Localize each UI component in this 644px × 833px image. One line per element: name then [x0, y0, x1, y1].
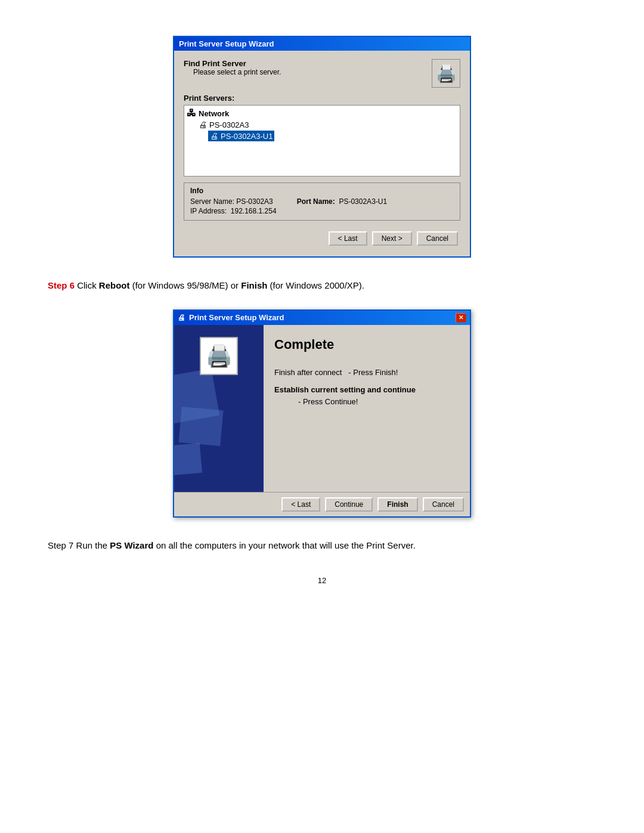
port-name-label: Port Name: — [297, 197, 335, 206]
ip-label: IP Address: 192.168.1.254 — [190, 207, 277, 215]
dialog1-header: Find Print Server — [184, 59, 281, 68]
last-button[interactable]: < Last — [329, 231, 367, 246]
dialog2-buttons: < Last Continue Finish Cancel — [174, 492, 470, 516]
port-label: PS-0302A3-U1 — [221, 132, 273, 141]
dialog2-content: 🖨️ Complete Finish after connect - Press… — [174, 325, 470, 492]
dialog2-main: Complete Finish after connect - Press Fi… — [264, 325, 470, 492]
dialog2-title-icon: 🖨 — [178, 313, 185, 322]
dialog2-titlebar: 🖨 Print Server Setup Wizard ✕ — [174, 311, 470, 325]
step7-text: Step 7 Run the PS Wizard on all the comp… — [48, 539, 596, 553]
step6-label: Step 6 — [48, 280, 75, 290]
ps-label: PS-0302A3 — [209, 120, 249, 129]
info-box: Info Server Name: PS-0302A3 Port Name: P… — [184, 182, 460, 221]
dialog2-cancel-button[interactable]: Cancel — [423, 497, 464, 512]
step6-text: Step 6 Click Reboot (for Windows 95/98/M… — [48, 279, 596, 293]
dialog2-last-button[interactable]: < Last — [281, 497, 320, 512]
dialog2-printer-icon: 🖨️ — [200, 337, 238, 375]
complete-title: Complete — [274, 337, 459, 352]
continue-info-line: Establish current setting and continue -… — [274, 384, 459, 407]
dialog2-wrapper: 🖨 Print Server Setup Wizard ✕ 🖨️ Complet… — [48, 309, 596, 518]
finish-info-line: Finish after connect - Press Finish! — [274, 367, 459, 379]
step7-label: Step 7 — [48, 540, 73, 550]
page-number: 12 — [48, 576, 596, 585]
tree-port-item[interactable]: 🖨 PS-0302A3-U1 — [208, 131, 274, 141]
press-continue-value: - Press Continue! — [298, 397, 358, 406]
dialog2: 🖨 Print Server Setup Wizard ✕ 🖨️ Complet… — [173, 309, 471, 518]
tree-network-item: 🖧 Network — [187, 108, 457, 119]
dialog2-titlebar-left: 🖨 Print Server Setup Wizard — [178, 313, 284, 322]
info-row-2: IP Address: 192.168.1.254 — [190, 207, 454, 215]
dialog1-subtitle: Please select a print server. — [193, 68, 281, 76]
dialog2-finish-button[interactable]: Finish — [377, 497, 417, 512]
dialog1-wrapper: Print Server Setup Wizard Find Print Ser… — [48, 36, 596, 258]
dialog1-header-row: Find Print Server Please select a print … — [184, 59, 460, 88]
ps-wizard-word: PS Wizard — [110, 540, 153, 550]
dialog1-titlebar: Print Server Setup Wizard — [174, 37, 470, 51]
dialog1: Print Server Setup Wizard Find Print Ser… — [173, 36, 471, 258]
printer-icon: 🖨️ — [432, 59, 460, 88]
next-button[interactable]: Next > — [372, 231, 412, 246]
dialog2-title: Print Server Setup Wizard — [189, 313, 284, 322]
reboot-word: Reboot — [99, 280, 130, 290]
network-icon: 🖧 — [187, 108, 196, 119]
dialog1-title: Print Server Setup Wizard — [179, 39, 274, 48]
server-name-info: Server Name: PS-0302A3 — [190, 197, 273, 206]
port-name-info: Port Name: PS-0302A3-U1 — [297, 197, 387, 206]
dialog1-body: Find Print Server Please select a print … — [174, 51, 470, 256]
tree-ps-item: 🖨 PS-0302A3 — [199, 120, 457, 129]
cancel-button[interactable]: Cancel — [417, 231, 458, 246]
info-row-1: Server Name: PS-0302A3 Port Name: PS-030… — [190, 197, 454, 206]
dialog2-continue-button[interactable]: Continue — [325, 497, 373, 512]
info-box-title: Info — [190, 187, 454, 195]
print-servers-listbox[interactable]: 🖧 Network 🖨 PS-0302A3 🖨 PS-0302A3-U1 — [184, 105, 460, 176]
finish-after-connect-label: Finish after connect — [274, 368, 342, 377]
ps-icon: 🖨 — [199, 120, 207, 129]
port-name-value: PS-0302A3-U1 — [339, 197, 387, 206]
print-servers-label: Print Servers: — [184, 94, 460, 103]
establish-label: Establish current setting and continue — [274, 385, 416, 394]
close-button[interactable]: ✕ — [456, 313, 466, 323]
ip-value: 192.168.1.254 — [231, 207, 277, 215]
port-icon: 🖨 — [210, 131, 218, 141]
dialog2-sidebar: 🖨️ — [174, 325, 264, 492]
press-finish-value: - Press Finish! — [348, 368, 398, 377]
dialog1-header-text: Find Print Server Please select a print … — [184, 59, 281, 76]
finish-word: Finish — [241, 280, 267, 290]
network-label: Network — [199, 109, 229, 118]
dialog1-buttons: < Last Next > Cancel — [184, 227, 460, 250]
